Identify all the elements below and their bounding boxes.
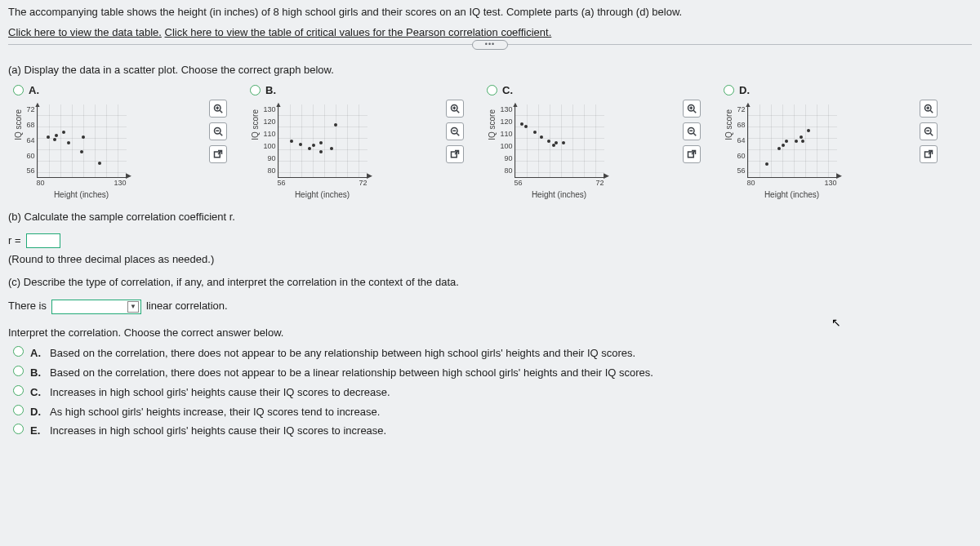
x-axis-label: Height (inches)	[37, 189, 127, 202]
svg-line-32	[930, 133, 933, 135]
cursor-icon: ↖	[831, 314, 841, 331]
svg-line-14	[457, 133, 459, 135]
choice-b-text: Based on the correlation, there does not…	[50, 366, 972, 381]
choice-a-text: Based on the correlation, there does not…	[50, 346, 972, 362]
link-data-table[interactable]: Click here to view the data table.	[8, 26, 162, 38]
radio-option-c[interactable]	[487, 85, 497, 95]
choice-a-label: A.	[30, 346, 43, 362]
zoom-out-icon[interactable]	[920, 122, 938, 140]
y-axis-label: IQ score	[250, 109, 262, 140]
round-note: (Round to three decimal places as needed…	[8, 252, 972, 268]
radio-interpret-b[interactable]	[13, 366, 24, 376]
choice-c-text: Increases in high school girls' heights …	[50, 385, 972, 401]
option-b-label: B.	[265, 83, 276, 99]
interpret-prompt: Interpret the correlation. Choose the co…	[8, 326, 972, 341]
option-a-label: A.	[29, 83, 39, 99]
zoom-in-icon[interactable]	[920, 100, 938, 118]
radio-option-b[interactable]	[250, 85, 261, 95]
link-critical-values[interactable]: Click here to view the table of critical…	[165, 26, 552, 38]
instructions: The accompanying table shows the height …	[8, 5, 972, 20]
part-a-prompt: (a) Display the data in a scatter plot. …	[8, 63, 972, 78]
r-equals-label: r =	[8, 233, 21, 249]
choice-e-label: E.	[30, 424, 43, 439]
choice-e-text: Increases in high school girls' heights …	[50, 424, 972, 439]
radio-interpret-a[interactable]	[13, 346, 24, 357]
there-is-label: There is	[8, 299, 47, 314]
svg-line-19	[693, 110, 696, 113]
svg-line-28	[930, 110, 933, 113]
option-d-label: D.	[739, 83, 750, 99]
scatter-plot-b: ▲▶	[278, 104, 368, 178]
svg-line-1	[220, 110, 222, 113]
radio-interpret-c[interactable]	[13, 385, 24, 396]
choice-c-label: C.	[30, 385, 43, 401]
x-axis-label: Height (inches)	[514, 189, 604, 202]
scatter-plot-c: ▲▶	[514, 104, 604, 178]
part-b-prompt: (b) Calculate the sample correlation coe…	[8, 210, 972, 225]
y-ticks-c: 1301201101009080	[501, 104, 513, 175]
correlation-type-select[interactable]: ▼	[51, 300, 141, 314]
zoom-out-icon[interactable]	[209, 122, 227, 140]
part-c-prompt: (c) Describe the type of correlation, if…	[8, 275, 972, 291]
svg-line-23	[693, 133, 696, 135]
popout-icon[interactable]	[920, 145, 938, 163]
zoom-out-icon[interactable]	[446, 122, 464, 140]
y-axis-label: IQ score	[487, 109, 499, 140]
x-axis-label: Height (inches)	[278, 189, 368, 202]
radio-interpret-d[interactable]	[13, 405, 24, 415]
linear-correlation-label: linear correlation.	[146, 299, 228, 314]
ellipsis-icon[interactable]: •••	[472, 40, 508, 50]
popout-icon[interactable]	[683, 145, 701, 163]
scatter-plot-d: ▲▶	[747, 104, 837, 178]
choice-d-label: D.	[30, 405, 43, 420]
zoom-out-icon[interactable]	[683, 122, 701, 140]
zoom-in-icon[interactable]	[209, 100, 227, 118]
radio-option-d[interactable]	[724, 85, 734, 95]
radio-option-a[interactable]	[13, 85, 24, 95]
popout-icon[interactable]	[209, 145, 227, 163]
scatter-plot-a: ▲▶	[37, 104, 127, 178]
y-axis-label: IQ score	[724, 109, 736, 140]
choice-d-text: As high school girls' heights increase, …	[50, 405, 972, 420]
y-ticks-a: 7268646056	[27, 104, 35, 175]
x-axis-label: Height (inches)	[747, 189, 837, 202]
svg-line-10	[457, 110, 459, 113]
radio-interpret-e[interactable]	[13, 424, 24, 434]
svg-line-5	[220, 133, 222, 135]
popout-icon[interactable]	[446, 145, 464, 163]
zoom-in-icon[interactable]	[683, 100, 701, 118]
y-axis-label: IQ score	[13, 109, 25, 140]
y-ticks-b: 1301201101009080	[264, 104, 276, 175]
zoom-in-icon[interactable]	[446, 100, 464, 118]
y-ticks-d: 7268646056	[737, 104, 746, 175]
choice-b-label: B.	[30, 366, 43, 381]
option-c-label: C.	[502, 83, 513, 99]
r-input[interactable]	[26, 233, 60, 248]
